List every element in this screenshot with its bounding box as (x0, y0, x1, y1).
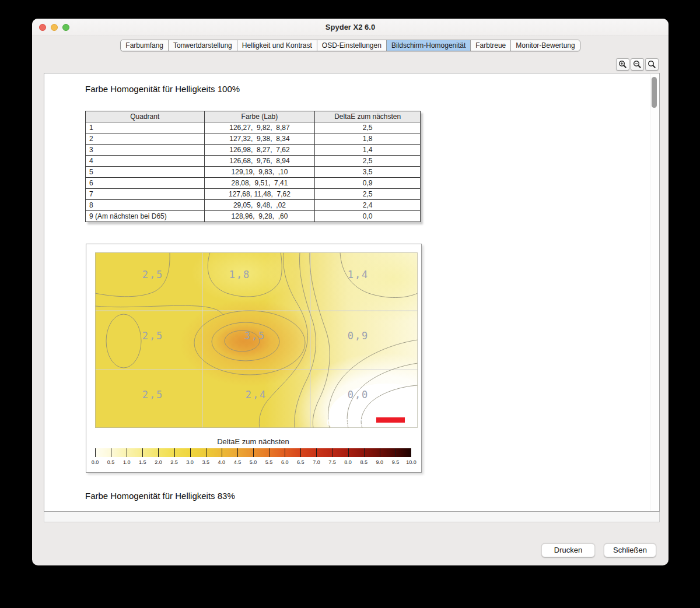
colorbar-tick-label: 0.0 (92, 459, 99, 465)
tab-strip: FarbumfangTonwertdarstellungHelligkeit u… (32, 36, 668, 55)
zoom-in-icon (618, 60, 627, 69)
close-window-button[interactable] (39, 24, 46, 31)
table-row: 4126,68, 9,76, 8,942,5 (86, 156, 421, 167)
colorbar-tick (190, 448, 191, 457)
zoom-out-button[interactable] (631, 58, 644, 71)
cell-delta_e: 3,5 (315, 167, 421, 178)
zoom-toolbar (616, 58, 659, 71)
col-header-deltae: DeltaE zum nächsten (315, 111, 421, 122)
colorbar-tick (364, 448, 365, 457)
vertical-scrollbar-track[interactable] (650, 74, 659, 511)
tab-monitor-bewertung[interactable]: Monitor-Bewertung (510, 40, 579, 51)
cell-lab: 127,68, 11,48, 7,62 (204, 189, 315, 200)
cell-lab: 126,27, 9,82, 8,87 (204, 122, 315, 133)
tab-helligkeit-und-kontrast[interactable]: Helligkeit und Kontrast (237, 40, 317, 51)
quadrant-table: Quadrant Farbe (Lab) DeltaE zum nächsten… (85, 111, 421, 222)
colorbar-tick (285, 448, 285, 457)
heatmap-value-label: 1,4 (348, 269, 369, 280)
cell-delta_e: 0,9 (315, 178, 421, 189)
table-row: 1126,27, 9,82, 8,872,5 (86, 122, 421, 133)
cell-quadrant: 9 (Am nächsten bei D65) (86, 211, 205, 222)
cell-quadrant: 6 (86, 178, 205, 189)
zoom-in-button[interactable] (616, 58, 629, 71)
title-bar: Spyder X2 6.0 (32, 19, 668, 36)
colorbar-tick-label: 3.0 (186, 459, 194, 465)
close-button[interactable]: Schließen (604, 543, 656, 557)
heatmap-value-label: 2,4 (246, 389, 267, 400)
cell-delta_e: 2,5 (315, 156, 421, 167)
colorbar-tick (237, 448, 238, 457)
colorbar-tick-labels: 0.00.51.01.52.02.53.03.54.04.55.05.56.06… (95, 459, 411, 466)
colorbar-tick (95, 448, 96, 457)
tab-osd-einstellungen[interactable]: OSD-Einstellungen (317, 40, 386, 51)
colorbar-tick-label: 6.0 (281, 459, 289, 465)
zoom-window-button[interactable] (62, 24, 69, 31)
table-row: 829,05, 9,48, ,022,4 (86, 200, 421, 211)
magnifier-icon (648, 60, 656, 69)
tab-bildschirm-homogenit-t[interactable]: Bildschirm-Homogenität (386, 40, 470, 51)
contour-heatmap-svg: 2,51,81,42,53,50,92,52,40,0 datacolor (95, 252, 418, 428)
minimize-window-button[interactable] (51, 24, 58, 31)
table-row: 5129,19, 9,83, ,103,5 (86, 167, 421, 178)
colorbar-tick (127, 448, 127, 457)
colorbar-tick (222, 448, 222, 457)
table-header-row: Quadrant Farbe (Lab) DeltaE zum nächsten (86, 111, 421, 122)
horizontal-scrollbar-area[interactable] (44, 512, 660, 522)
section-heading-100: Farbe Homogenität für Helligkeits 100% (85, 84, 240, 94)
cell-lab: 128,96, 9,28, ,60 (204, 211, 315, 222)
heatmap-value-label: 1,8 (229, 269, 251, 280)
print-button[interactable]: Drucken (541, 543, 595, 557)
colorbar-tick (316, 448, 317, 457)
zoom-reset-button[interactable] (645, 58, 659, 71)
col-header-lab: Farbe (Lab) (204, 111, 315, 122)
colorbar-tick-label: 0.5 (107, 459, 115, 465)
colorbar-tick (174, 448, 175, 457)
colorbar-tick-label: 5.5 (265, 459, 273, 465)
colorbar-tick-label: 3.5 (202, 459, 209, 465)
colorbar-tick (411, 448, 411, 457)
vertical-scrollbar-thumb[interactable] (652, 77, 657, 108)
col-header-quadrant: Quadrant (86, 111, 205, 122)
colorbar-tick (396, 448, 396, 457)
cell-delta_e: 0,0 (315, 211, 421, 222)
table-row: 7127,68, 11,48, 7,622,5 (86, 189, 421, 200)
colorbar-tick-label: 7.5 (328, 459, 336, 465)
cell-quadrant: 3 (86, 145, 205, 156)
colorbar-gradient (95, 448, 411, 457)
heatmap-value-label: 2,5 (142, 330, 164, 342)
cell-lab: 129,19, 9,83, ,10 (204, 167, 315, 178)
colorbar-tick (348, 448, 349, 457)
colorbar-tick-label: 2.0 (155, 459, 162, 465)
tab-tonwertdarstellung[interactable]: Tonwertdarstellung (168, 40, 237, 51)
colorbar-tick-label: 8.5 (360, 459, 368, 465)
table-row: 2127,32, 9,38, 8,341,8 (86, 133, 421, 145)
colorbar-tick (206, 448, 206, 457)
cell-lab: 127,32, 9,38, 8,34 (204, 133, 315, 145)
table-row: 628,08, 9,51, 7,410,9 (86, 178, 421, 189)
colorbar-tick-label: 1.0 (123, 459, 131, 465)
cell-lab: 126,98, 8,27, 7,62 (204, 145, 315, 156)
datacolor-logo-bar (376, 417, 405, 423)
colorbar-tick (380, 448, 380, 457)
zoom-out-icon (633, 60, 642, 69)
heatmap-value-label: 2,5 (142, 269, 164, 280)
colorbar-tick-label: 4.5 (234, 459, 242, 465)
colorbar-tick (142, 448, 143, 457)
cell-delta_e: 1,4 (315, 145, 421, 156)
tab-farbtreue[interactable]: Farbtreue (470, 40, 510, 51)
datacolor-watermark: datacolor (327, 415, 379, 428)
colorbar-tick (111, 448, 111, 457)
colorbar-tick-label: 8.0 (344, 459, 352, 465)
traffic-lights (39, 24, 69, 31)
colorbar-tick-label: 10.0 (406, 459, 416, 465)
colorbar-tick-label: 4.0 (218, 459, 226, 465)
heatmap-value-label: 0,0 (348, 389, 369, 400)
tab-farbumfang[interactable]: Farbumfang (121, 40, 168, 51)
cell-quadrant: 2 (86, 133, 205, 145)
window-title: Spyder X2 6.0 (32, 19, 668, 36)
colorbar-tick-label: 9.0 (376, 459, 384, 465)
cell-lab: 28,08, 9,51, 7,41 (204, 178, 315, 189)
cell-quadrant: 5 (86, 167, 205, 178)
app-window: Spyder X2 6.0 FarbumfangTonwertdarstellu… (32, 19, 668, 565)
colorbar-tick (332, 448, 333, 457)
